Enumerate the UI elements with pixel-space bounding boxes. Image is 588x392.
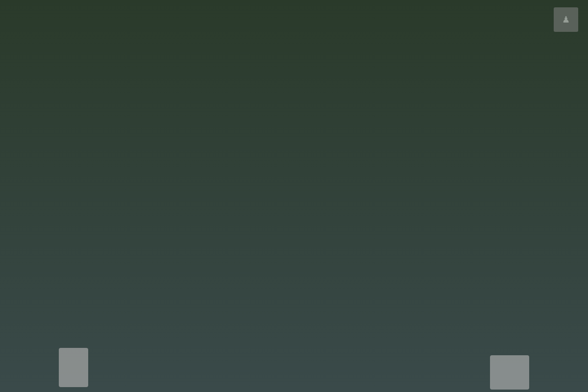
email-card-3: Our biggest sale of the year is on! 🐴 Ch…	[392, 20, 549, 365]
card3-hero2-image: ♟	[392, 240, 549, 299]
